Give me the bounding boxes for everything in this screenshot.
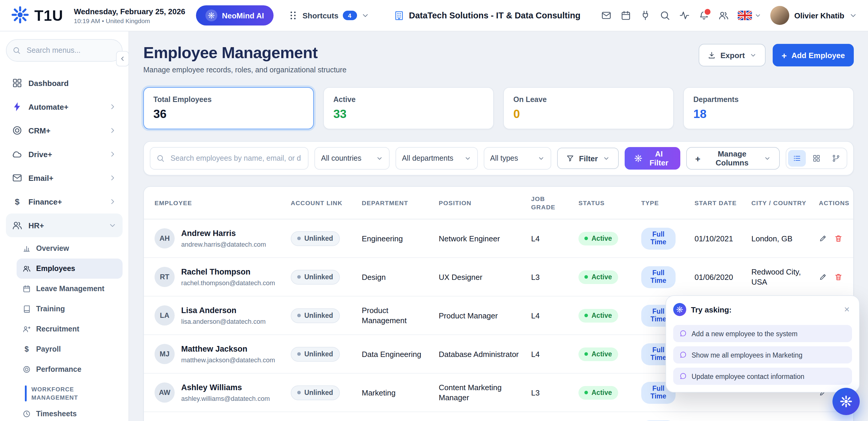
stat-card-on-leave[interactable]: On Leave 0 bbox=[503, 87, 674, 129]
neomind-ai-button[interactable]: NeoMind AI bbox=[196, 5, 274, 26]
department-cell: Data Engineering bbox=[362, 343, 439, 365]
stat-card-departments[interactable]: Departments 18 bbox=[683, 87, 854, 129]
table-row[interactable]: AH Andrew Harris andrew.harris@datatech.… bbox=[144, 220, 853, 258]
ai-sparkle-icon bbox=[840, 395, 852, 408]
trash-icon bbox=[834, 273, 842, 281]
chevron-down-icon bbox=[602, 155, 610, 162]
position-cell: UX Designer bbox=[439, 266, 531, 288]
sidebar-item-payroll[interactable]: $ Payroll bbox=[17, 339, 123, 359]
list-view-button[interactable] bbox=[788, 150, 806, 167]
mail-icon[interactable] bbox=[601, 10, 612, 21]
manage-columns-button[interactable]: + Manage Columns bbox=[686, 147, 780, 170]
target-icon bbox=[23, 365, 31, 373]
delete-button[interactable] bbox=[834, 234, 842, 243]
ai-filter-button[interactable]: AI Filter bbox=[624, 147, 680, 170]
employee-search-input[interactable] bbox=[169, 153, 302, 163]
bolt-icon bbox=[12, 102, 23, 112]
sidebar-item-employees[interactable]: Employees bbox=[17, 258, 123, 279]
employee-email: lisa.anderson@datatech.com bbox=[181, 317, 266, 326]
shortcuts-button[interactable]: Shortcuts 4 bbox=[284, 9, 373, 21]
ai-suggestion-item[interactable]: Add a new employee to the system bbox=[673, 325, 852, 342]
user-avatar bbox=[771, 6, 789, 25]
employee-name: Andrew Harris bbox=[181, 228, 266, 239]
start-date-cell: 01/10/2021 bbox=[694, 227, 751, 250]
user-name: Olivier Khatib bbox=[794, 11, 844, 20]
notifications-bell-icon[interactable] bbox=[699, 10, 710, 21]
filter-button[interactable]: Filter bbox=[557, 148, 619, 169]
chevron-down-icon bbox=[361, 11, 369, 20]
integrations-plug-icon[interactable] bbox=[640, 10, 651, 21]
app-logo[interactable]: T1U bbox=[11, 5, 63, 26]
trash-icon bbox=[834, 234, 842, 243]
ai-suggestions-popup: Try asking: × Add a new employee to the … bbox=[665, 295, 860, 393]
date-text: Wednesday, February 25, 2026 bbox=[74, 7, 185, 16]
stat-card-total-employees[interactable]: Total Employees 36 bbox=[143, 87, 314, 129]
job-grade-cell: L4 bbox=[531, 343, 579, 365]
close-icon[interactable]: × bbox=[842, 304, 852, 315]
sidebar-item-crm[interactable]: CRM+ bbox=[6, 119, 123, 142]
position-cell: Database Administrator bbox=[439, 343, 531, 365]
time-location-text: 10:19 AM • United Kingdom bbox=[74, 17, 185, 24]
sidebar-item-leave-management[interactable]: Leave Management bbox=[17, 279, 123, 299]
ai-assistant-fab[interactable] bbox=[833, 388, 860, 415]
type-filter-select[interactable]: All types bbox=[484, 147, 551, 170]
sidebar-item-email[interactable]: Email+ bbox=[6, 166, 123, 190]
export-button[interactable]: Export bbox=[699, 44, 766, 66]
department-filter-select[interactable]: All departments bbox=[396, 147, 478, 170]
sidebar-item-drive[interactable]: Drive+ bbox=[6, 142, 123, 166]
people-icon[interactable] bbox=[718, 10, 729, 21]
user-menu[interactable]: Olivier Khatib bbox=[771, 6, 857, 25]
ai-suggestion-item[interactable]: Show me all employees in Marketing bbox=[673, 346, 852, 363]
hierarchy-view-button[interactable] bbox=[827, 150, 845, 167]
account-link-badge: Unlinked bbox=[291, 308, 340, 323]
uk-flag-icon bbox=[738, 11, 752, 20]
sidebar-item-recruitment[interactable]: Recruitment bbox=[17, 319, 123, 339]
employee-avatar: AW bbox=[155, 383, 175, 403]
position-cell: Product Manager bbox=[439, 305, 531, 327]
sidebar-item-training[interactable]: Training bbox=[17, 299, 123, 319]
job-grade-cell: L3 bbox=[531, 266, 579, 288]
stat-value: 33 bbox=[333, 107, 484, 121]
sidebar: Dashboard Automate+ CRM+ Drive+ Email+ bbox=[0, 31, 129, 421]
department-cell: Engineering bbox=[362, 227, 439, 250]
search-icon bbox=[12, 46, 21, 55]
sidebar-item-timesheets[interactable]: Timesheets bbox=[17, 404, 123, 421]
search-icon[interactable] bbox=[660, 10, 671, 21]
sidebar-item-overview[interactable]: Overview bbox=[17, 238, 123, 258]
language-selector[interactable] bbox=[738, 11, 762, 20]
dollar-icon: $ bbox=[23, 345, 31, 354]
cloud-icon bbox=[12, 149, 23, 160]
city-country-cell: London, GB bbox=[751, 227, 819, 250]
sidebar-item-finance[interactable]: $ Finance+ bbox=[6, 190, 123, 214]
employee-search[interactable] bbox=[150, 147, 309, 170]
edit-button[interactable] bbox=[819, 234, 827, 243]
activity-icon[interactable] bbox=[679, 10, 690, 21]
table-row[interactable]: RT Rachel Thompson rachel.thompson@datat… bbox=[144, 258, 853, 297]
calendar-icon[interactable] bbox=[621, 10, 631, 21]
sidebar-item-dashboard[interactable]: Dashboard bbox=[6, 71, 123, 95]
collapse-sidebar-button[interactable] bbox=[116, 51, 129, 66]
job-grade-cell: L3 bbox=[531, 382, 579, 404]
funnel-icon bbox=[566, 154, 574, 163]
city-country-cell: Redwood City, USA bbox=[751, 261, 819, 293]
stat-card-active[interactable]: Active 33 bbox=[323, 87, 494, 129]
sidebar-item-hr[interactable]: HR+ bbox=[6, 214, 123, 237]
calendar-icon bbox=[23, 285, 31, 293]
grid-view-button[interactable] bbox=[808, 150, 825, 167]
chat-bubble-icon bbox=[679, 372, 687, 380]
sidebar-search-input[interactable] bbox=[26, 46, 99, 55]
edit-button[interactable] bbox=[819, 273, 827, 281]
country-filter-select[interactable]: All countries bbox=[315, 147, 390, 170]
add-employee-button[interactable]: + Add Employee bbox=[773, 44, 854, 66]
chevron-right-icon bbox=[108, 174, 117, 182]
plus-icon: + bbox=[695, 154, 701, 163]
delete-button[interactable] bbox=[834, 273, 842, 281]
book-icon bbox=[23, 305, 31, 313]
employee-email: andrew.harris@datatech.com bbox=[181, 240, 266, 249]
sidebar-search[interactable] bbox=[6, 39, 123, 62]
sidebar-item-automate[interactable]: Automate+ bbox=[6, 95, 123, 119]
account-link-badge: Unlinked bbox=[291, 270, 340, 285]
table-row[interactable]: DK David Kim david.kim@datatech.com Unli… bbox=[144, 413, 853, 421]
sidebar-item-performance[interactable]: Performance bbox=[17, 359, 123, 380]
ai-suggestion-item[interactable]: Update employee contact information bbox=[673, 368, 852, 385]
